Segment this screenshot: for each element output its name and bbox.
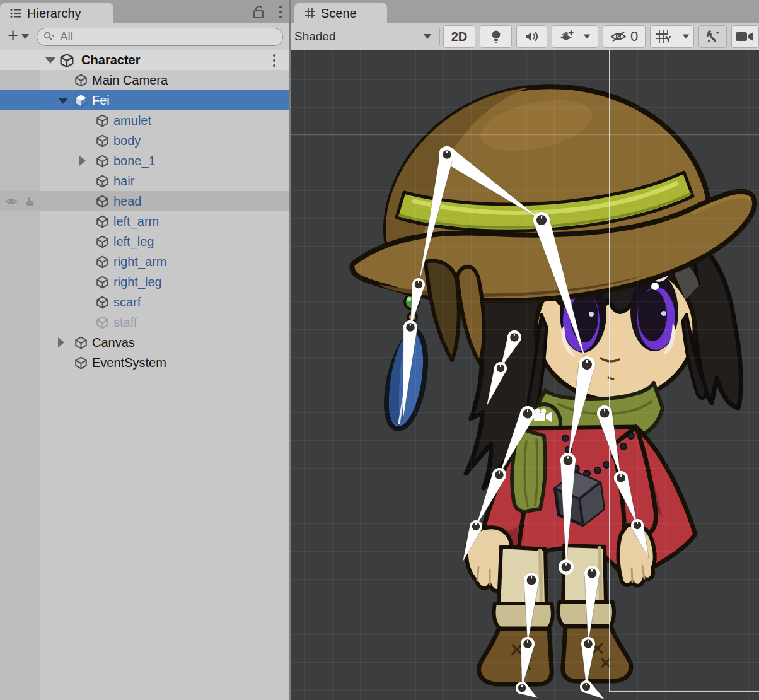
hierarchy-item-main-camera[interactable]: Main Camera [0, 70, 289, 90]
cube-icon [96, 195, 109, 208]
scene-panel: Scene Shaded 2D [291, 0, 759, 700]
grid-settings-button[interactable]: Y [650, 25, 694, 48]
hierarchy-item-staff[interactable]: staff [0, 312, 289, 332]
item-label: head [113, 194, 142, 209]
expander-icon[interactable] [58, 337, 64, 347]
camera-settings-button[interactable] [731, 25, 759, 48]
scene-kebab-icon[interactable] [273, 54, 275, 67]
cube-icon [96, 134, 109, 148]
expander-icon[interactable] [45, 57, 55, 64]
tab-hierarchy[interactable]: Hierarchy [0, 3, 113, 23]
button-divider [678, 30, 678, 44]
item-label: Main Camera [92, 73, 168, 88]
draw-mode-dropdown[interactable]: Shaded [291, 26, 436, 47]
hierarchy-tab-label: Hierarchy [27, 6, 81, 21]
hierarchy-item-left_leg[interactable]: left_leg [0, 231, 289, 252]
effects-dropdown-button[interactable] [552, 25, 598, 48]
item-label: EventSystem [92, 356, 166, 370]
item-label: left_leg [113, 235, 154, 249]
hierarchy-item-right_leg[interactable]: right_leg [0, 272, 289, 292]
cube-icon [96, 114, 109, 127]
item-label: body [113, 134, 141, 148]
bone-gizmos[interactable] [291, 50, 759, 700]
dropdown-caret-icon [682, 35, 688, 39]
item-label: amulet [113, 114, 151, 128]
lighting-toggle-button[interactable] [480, 25, 512, 48]
eye-hidden-icon [610, 30, 627, 43]
cube-icon [74, 336, 88, 349]
tools-button[interactable] [698, 25, 727, 48]
item-label: staff [113, 315, 137, 330]
picking-hand-icon[interactable] [24, 196, 35, 207]
scene-header-row[interactable]: _Character [0, 50, 289, 71]
dropdown-caret-icon [584, 35, 590, 39]
scene-tab-label: Scene [321, 6, 357, 21]
audio-icon [525, 31, 539, 42]
item-label: Canvas [92, 335, 135, 350]
hierarchy-item-hair[interactable]: hair [0, 171, 289, 191]
hierarchy-item-fei[interactable]: Fei [0, 90, 289, 110]
search-icon [43, 32, 55, 42]
hidden-count: 0 [630, 28, 638, 45]
audio-toggle-button[interactable] [516, 25, 547, 48]
camera-gizmo[interactable] [534, 409, 552, 423]
unlock-icon[interactable] [252, 4, 265, 20]
grid-axis-icon: Y [655, 30, 674, 44]
item-label: hair [113, 174, 134, 189]
scene-tabstrip: Scene [291, 0, 759, 23]
item-label: bone_1 [113, 154, 156, 168]
cube-icon [74, 356, 88, 370]
effects-icon [560, 30, 575, 44]
item-label: right_arm [113, 255, 166, 269]
cube-icon [96, 255, 109, 269]
dropdown-caret-icon [21, 34, 29, 39]
cube-icon [96, 316, 109, 329]
hierarchy-tree: Main CameraFeiamuletbodybone_1hairheadle… [0, 70, 289, 700]
cube-icon [96, 296, 109, 309]
hierarchy-item-body[interactable]: body [0, 131, 289, 151]
hierarchy-item-right_arm[interactable]: right_arm [0, 252, 289, 272]
item-label: right_leg [113, 275, 162, 289]
cube-icon [74, 74, 88, 87]
hierarchy-item-head[interactable]: head [0, 191, 289, 211]
hierarchy-panel: Hierarchy + All [0, 0, 289, 700]
hierarchy-tabstrip: Hierarchy [0, 0, 289, 23]
scene-name-label: _Character [74, 53, 141, 67]
item-label: scarf [113, 295, 141, 310]
expander-icon[interactable] [58, 98, 68, 104]
button-divider [579, 30, 579, 44]
unity-logo-icon [59, 53, 74, 68]
toggle-2d-button[interactable]: 2D [443, 25, 475, 48]
add-object-button[interactable]: + [0, 28, 35, 45]
tools-icon [705, 29, 721, 44]
hierarchy-item-eventsystem[interactable]: EventSystem [0, 353, 289, 373]
expander-icon[interactable] [79, 156, 86, 166]
hierarchy-item-left_arm[interactable]: left_arm [0, 211, 289, 231]
camera-icon [736, 31, 755, 42]
draw-mode-label: Shaded [294, 30, 424, 44]
search-input[interactable]: All [37, 28, 283, 46]
kebab-menu-icon[interactable] [279, 6, 282, 18]
hierarchy-item-amulet[interactable]: amulet [0, 110, 289, 131]
svg-text:Y: Y [665, 33, 671, 44]
scene-viewport[interactable] [291, 50, 759, 700]
cube-icon [96, 276, 109, 289]
tab-scene[interactable]: Scene [294, 3, 387, 23]
cube-icon [96, 175, 109, 188]
hierarchy-item-canvas[interactable]: Canvas [0, 332, 289, 353]
prefab-cube-icon [74, 94, 88, 107]
hierarchy-item-scarf[interactable]: scarf [0, 292, 289, 312]
unity-editor-window: { "hierarchy": { "tab": "Hierarchy", "se… [0, 0, 759, 700]
hierarchy-item-bone_1[interactable]: bone_1 [0, 151, 289, 171]
visibility-eye-icon[interactable] [5, 197, 18, 206]
scene-visibility-button[interactable]: 0 [603, 25, 646, 48]
item-label: left_arm [113, 214, 159, 229]
cube-icon [96, 215, 109, 228]
search-placeholder: All [60, 30, 73, 44]
hierarchy-toolbar: + All [0, 23, 289, 50]
dropdown-caret-icon [424, 34, 431, 39]
cube-icon [96, 155, 109, 168]
light-bulb-icon [491, 30, 501, 44]
list-icon [10, 8, 22, 18]
grid-icon [304, 8, 316, 19]
